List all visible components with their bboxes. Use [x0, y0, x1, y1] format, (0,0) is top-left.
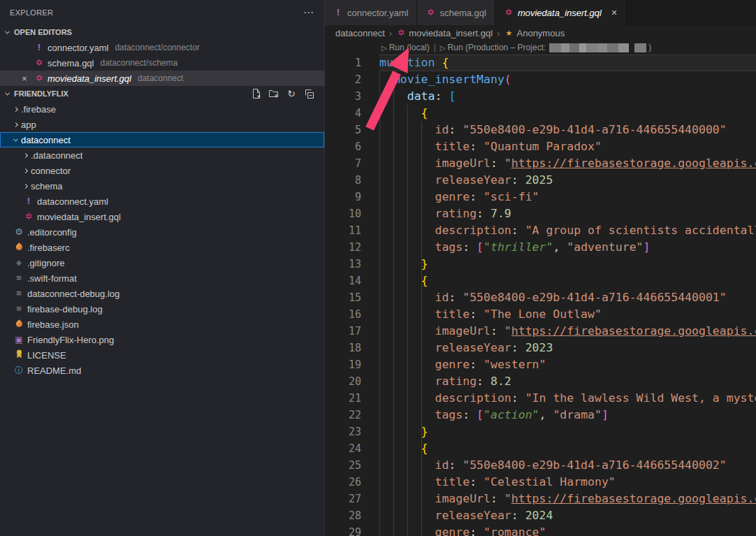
breadcrumb-item[interactable]: dataconnect: [335, 28, 385, 38]
code-line[interactable]: 22 tags: ["action", "drama"]: [325, 407, 756, 423]
code-line[interactable]: 17 imageUrl: "https://firebasestorage.go…: [325, 323, 756, 340]
tree-file-firebase-debug-log[interactable]: ≡firebase-debug.log: [0, 301, 324, 317]
line-number: 18: [325, 340, 379, 356]
code-line[interactable]: 20 rating: 8.2: [325, 373, 756, 390]
open-editors-label: OPEN EDITORS: [14, 28, 72, 36]
code-line[interactable]: 14 {: [325, 273, 756, 289]
code-line-text: genre: "romance": [379, 524, 756, 536]
code-line[interactable]: 24 {: [325, 440, 756, 457]
new-folder-icon[interactable]: [268, 88, 279, 99]
collapse-all-icon[interactable]: [303, 88, 314, 99]
tree-folder--firebase[interactable]: .firebase: [0, 101, 324, 117]
graphql-icon: ✡: [426, 8, 435, 17]
code-line[interactable]: 23 }: [325, 423, 756, 440]
code-line[interactable]: 7 imageUrl: "https://firebasestorage.goo…: [325, 155, 756, 172]
code-line-text: movie_insertMany(: [379, 71, 756, 88]
open-editors-header[interactable]: OPEN EDITORS: [0, 24, 324, 40]
tree-file--swift-format[interactable]: ≡.swift-format: [0, 270, 324, 286]
tree-file-firebase-json[interactable]: firebase.json: [0, 317, 324, 332]
code-line[interactable]: 1mutation {: [325, 55, 756, 71]
code-line[interactable]: 2 movie_insertMany(: [325, 71, 756, 88]
code-line[interactable]: 11 description: "A group of scientists a…: [325, 222, 756, 239]
breadcrumb-item[interactable]: ✡moviedata_insert.gql: [396, 28, 493, 38]
graphql-icon: ✡: [34, 73, 44, 83]
tree-item-label: FriendlyFlix-Hero.png: [27, 335, 114, 345]
code-line[interactable]: 18 releaseYear: 2023: [325, 340, 756, 356]
code-line[interactable]: 13 }: [325, 256, 756, 273]
code-line[interactable]: 27 imageUrl: "https://firebasestorage.go…: [325, 491, 756, 507]
indent-guide: [379, 71, 380, 536]
file-tree: .firebaseappdataconnect.dataconnectconne…: [0, 101, 324, 378]
open-editor-item[interactable]: ✡schema.gqldataconnect/schema: [0, 55, 324, 71]
tab-label: moviedata_insert.gql: [518, 8, 602, 18]
line-number: 12: [325, 239, 379, 256]
play-icon: ▷: [440, 44, 446, 52]
tree-file-license[interactable]: LICENSE: [0, 347, 324, 363]
tree-folder-dataconnect[interactable]: dataconnect: [0, 132, 324, 147]
code-line-text: {: [379, 105, 756, 122]
line-number: 13: [325, 256, 379, 273]
code-line[interactable]: 12 tags: ["thriller", "adventure"]: [325, 239, 756, 256]
tree-folder-app[interactable]: app: [0, 117, 324, 132]
code-line[interactable]: 6 title: "Quantum Paradox": [325, 138, 756, 155]
tree-file-readme-md[interactable]: ⓘREADME.md: [0, 363, 324, 378]
code-line[interactable]: 8 releaseYear: 2025: [325, 172, 756, 189]
tree-file-dataconnect-debug-log[interactable]: ≡dataconnect-debug.log: [0, 286, 324, 301]
chevron-right-icon: [13, 122, 18, 126]
tree-file-moviedata-insert-gql[interactable]: ✡moviedata_insert.gql: [0, 209, 324, 224]
refresh-icon[interactable]: ↻: [286, 88, 297, 99]
code-line[interactable]: 9 genre: "sci-fi": [325, 189, 756, 205]
code-line[interactable]: 19 genre: "western": [325, 356, 756, 373]
code-line[interactable]: 28 releaseYear: 2024: [325, 507, 756, 524]
more-actions-icon[interactable]: ⋯: [303, 6, 314, 19]
breadcrumb-label: Anonymous: [517, 28, 565, 38]
code-line[interactable]: 16 title: "The Lone Outlaw": [325, 306, 756, 323]
tree-file-friendlyflix-hero-png[interactable]: ▣FriendlyFlix-Hero.png: [0, 332, 324, 347]
tree-item-label: app: [21, 119, 36, 130]
open-editors-list: !connector.yamldataconnect/connector✡sch…: [0, 40, 324, 86]
explorer-title: EXPLORER: [10, 8, 53, 17]
tree-folder--dataconnect[interactable]: .dataconnect: [0, 147, 324, 163]
run-production-link[interactable]: ▷ Run (Production – Project: ): [440, 43, 651, 52]
code-line-text: {: [379, 440, 756, 457]
tree-item-label: .gitignore: [27, 258, 64, 268]
code-editor[interactable]: 1mutation {2 movie_insertMany(3 data: [4…: [325, 55, 756, 536]
tree-item-label: firebase.json: [27, 319, 79, 330]
code-line[interactable]: 10 rating: 7.9: [325, 205, 756, 222]
open-editor-path: dataconnect/schema: [100, 58, 177, 68]
close-icon[interactable]: ×: [18, 73, 31, 84]
codelens-separator: |: [434, 43, 436, 52]
project-section-header[interactable]: FRIENDLYFLIX ↻: [0, 86, 324, 101]
code-line[interactable]: 21 description: "In the lawless Wild Wes…: [325, 390, 756, 407]
tab-schema-gql[interactable]: ✡schema.gql: [417, 0, 495, 25]
run-local-link[interactable]: ▷ Run (local): [381, 43, 430, 52]
tree-folder-connector[interactable]: connector: [0, 163, 324, 178]
code-line[interactable]: 29 genre: "romance": [325, 524, 756, 536]
code-line-text: }: [379, 423, 756, 440]
line-number: 3: [325, 88, 379, 105]
code-line[interactable]: 25 id: "550e8400-e29b-41d4-a716-44665544…: [325, 457, 756, 474]
close-icon[interactable]: ×: [611, 7, 617, 18]
tree-file-dataconnect-yaml[interactable]: !dataconnect.yaml: [0, 194, 324, 209]
line-number: 1: [325, 55, 379, 71]
open-editor-item[interactable]: !connector.yamldataconnect/connector: [0, 40, 324, 55]
open-editor-item[interactable]: ×✡moviedata_insert.gqldataconnect: [0, 71, 324, 86]
open-editor-name: schema.gql: [48, 58, 94, 68]
graphql-icon: ✡: [396, 28, 406, 38]
code-line[interactable]: 26 title: "Celestial Harmony": [325, 474, 756, 491]
code-line-text: releaseYear: 2024: [379, 507, 756, 524]
code-line[interactable]: 5 id: "550e8400-e29b-41d4-a716-446655440…: [325, 122, 756, 138]
chevron-down-icon: [5, 90, 10, 95]
tree-item-label: firebase-debug.log: [27, 304, 103, 314]
code-line[interactable]: 15 id: "550e8400-e29b-41d4-a716-44665544…: [325, 289, 756, 306]
tab-connector-yaml[interactable]: !connector.yaml: [325, 0, 417, 25]
tree-folder-schema[interactable]: schema: [0, 178, 324, 194]
code-line[interactable]: 4 {: [325, 105, 756, 122]
code-line[interactable]: 3 data: [: [325, 88, 756, 105]
tree-file--firebaserc[interactable]: .firebaserc: [0, 240, 324, 255]
tree-file--editorconfig[interactable]: ⚙.editorconfig: [0, 224, 324, 240]
tab-moviedata-insert-gql[interactable]: ✡moviedata_insert.gql×: [495, 0, 626, 25]
new-file-icon[interactable]: [251, 88, 262, 99]
tree-file--gitignore[interactable]: ◆.gitignore: [0, 255, 324, 270]
breadcrumb-item[interactable]: ★Anonymous: [504, 28, 565, 38]
